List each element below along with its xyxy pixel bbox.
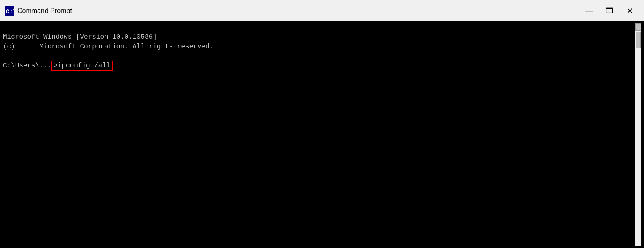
terminal-line-1: Microsoft Windows [Version 10.0.10586] xyxy=(3,33,157,41)
terminal-body[interactable]: Microsoft Windows [Version 10.0.10586] (… xyxy=(0,21,644,248)
window-controls: — 🗖 ✕ xyxy=(579,3,639,19)
scrollbar[interactable]: ▲ xyxy=(635,23,641,246)
svg-text:C:\: C:\ xyxy=(6,8,14,15)
terminal-line-2: (c) Microsoft Corporation. All rights re… xyxy=(3,43,213,51)
window-title: Command Prompt xyxy=(17,7,579,15)
terminal-prompt-line: C:\Users\...>ipconfig /all xyxy=(3,61,113,71)
terminal-output: Microsoft Windows [Version 10.0.10586] (… xyxy=(3,23,635,246)
terminal-prompt: C:\Users\... xyxy=(3,62,51,69)
maximize-button[interactable]: 🗖 xyxy=(600,3,619,19)
scrollbar-thumb[interactable] xyxy=(636,32,641,48)
title-bar: C:\ Command Prompt — 🗖 ✕ xyxy=(0,0,644,21)
close-button[interactable]: ✕ xyxy=(620,3,639,19)
terminal-command: >ipconfig /all xyxy=(51,61,112,71)
command-prompt-window: C:\ Command Prompt — 🗖 ✕ Microsoft Windo… xyxy=(0,0,644,248)
minimize-button[interactable]: — xyxy=(579,3,599,19)
terminal-line-3 xyxy=(3,52,7,60)
cmd-icon: C:\ xyxy=(5,6,14,16)
scrollbar-up-button[interactable]: ▲ xyxy=(635,23,641,31)
